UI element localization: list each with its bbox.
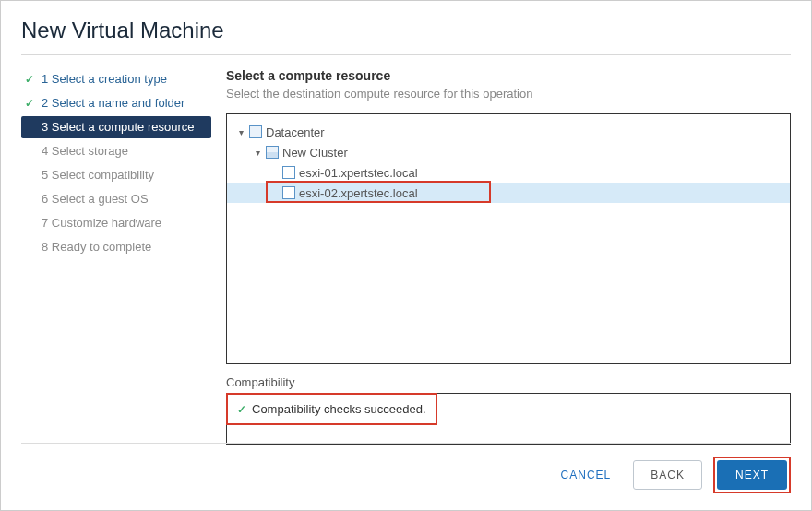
tree-label: New Cluster [282, 146, 348, 160]
wizard-dialog: New Virtual Machine 1 Select a creation … [0, 0, 812, 511]
panel-title: Select a compute resource [226, 68, 791, 83]
step-1[interactable]: 1 Select a creation type [21, 68, 211, 90]
step-3[interactable]: 3 Select a compute resource [21, 116, 211, 138]
back-button[interactable]: BACK [633, 460, 702, 490]
step-8: 8 Ready to complete [21, 236, 211, 258]
chevron-down-icon[interactable] [251, 148, 264, 158]
step-7: 7 Customize hardware [21, 212, 211, 234]
tree-node-datacenter[interactable]: Datacenter [227, 122, 790, 142]
host-icon [282, 186, 295, 199]
cancel-button[interactable]: CANCEL [550, 459, 623, 491]
wizard-footer: CANCEL BACK NEXT [21, 443, 791, 493]
tree-node-cluster[interactable]: New Cluster [227, 142, 790, 162]
step-4: 4 Select storage [21, 140, 211, 162]
check-icon: ✓ [237, 403, 246, 416]
step-6: 6 Select a guest OS [21, 188, 211, 210]
highlight-box: NEXT [713, 457, 791, 493]
page-title: New Virtual Machine [21, 18, 791, 55]
datacenter-icon [249, 125, 262, 138]
tree-label: esxi-01.xpertstec.local [299, 166, 418, 180]
next-button[interactable]: NEXT [717, 460, 787, 490]
resource-tree[interactable]: Datacenter New Cluster esxi-01.xpertstec… [226, 113, 791, 364]
step-5: 5 Select compatibility [21, 164, 211, 186]
chevron-down-icon[interactable] [234, 127, 247, 137]
tree-label: Datacenter [266, 125, 325, 139]
panel-subtitle: Select the destination compute resource … [226, 87, 791, 101]
host-icon [282, 166, 295, 179]
tree-label: esxi-02.xpertstec.local [299, 186, 418, 200]
compatibility-panel: ✓ Compatibility checks succeeded. [226, 393, 791, 445]
step-2[interactable]: 2 Select a name and folder [21, 92, 211, 114]
tree-node-host-2[interactable]: esxi-02.xpertstec.local [227, 183, 790, 203]
tree-node-host-1[interactable]: esxi-01.xpertstec.local [227, 162, 790, 183]
wizard-steps-sidebar: 1 Select a creation type 2 Select a name… [21, 68, 211, 445]
compatibility-message: Compatibility checks succeeded. [252, 402, 426, 416]
compatibility-status: ✓ Compatibility checks succeeded. [226, 393, 437, 425]
cluster-icon [266, 146, 279, 159]
compatibility-label: Compatibility [226, 375, 791, 389]
